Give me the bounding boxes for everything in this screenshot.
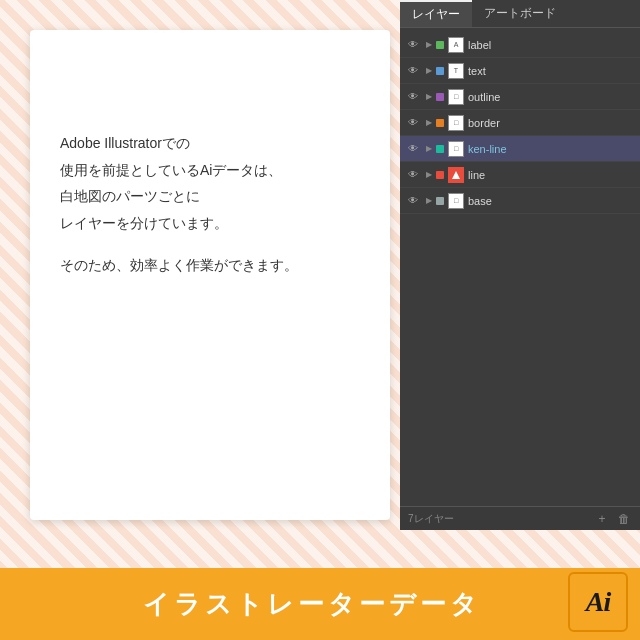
footer-icon-new-layer[interactable]: + <box>594 511 610 527</box>
layer-name-line: line <box>468 169 636 181</box>
layer-row-kenline[interactable]: 👁 ▶ □ ken-line <box>400 136 640 162</box>
layer-row-label[interactable]: 👁 ▶ A label <box>400 32 640 58</box>
panel-footer-icons: + 🗑 <box>594 511 632 527</box>
layer-icon-line <box>448 167 464 183</box>
layer-icon-kenline: □ <box>448 141 464 157</box>
layer-name-label: label <box>468 39 636 51</box>
layer-name-text: text <box>468 65 636 77</box>
layer-icon-border: □ <box>448 115 464 131</box>
layer-icon-base: □ <box>448 193 464 209</box>
ai-badge-text: Ai <box>586 586 610 618</box>
layer-row-line[interactable]: 👁 ▶ line <box>400 162 640 188</box>
bottom-bar-title: イラストレーターデータ <box>143 587 481 622</box>
visibility-icon-text[interactable]: 👁 <box>404 62 422 80</box>
visibility-icon-outline[interactable]: 👁 <box>404 88 422 106</box>
text-paragraph-2: そのため、効率よく作業ができます。 <box>60 252 360 279</box>
layer-icon-label: A <box>448 37 464 53</box>
visibility-icon-kenline[interactable]: 👁 <box>404 140 422 158</box>
ai-panel: レイヤー アートボード 👁 ▶ A label 👁 ▶ T text <box>400 0 640 530</box>
expand-icon-base[interactable]: ▶ <box>422 194 436 208</box>
footer-layer-count: 7レイヤー <box>408 512 454 526</box>
panel-tabs: レイヤー アートボード <box>400 0 640 28</box>
layer-name-border: border <box>468 117 636 129</box>
color-dot-kenline <box>436 145 444 153</box>
body-text: Adobe Illustratorでの 使用を前提としているAiデータは、 白地… <box>60 130 360 279</box>
layer-name-base: base <box>468 195 636 207</box>
visibility-icon-label[interactable]: 👁 <box>404 36 422 54</box>
layers-list: 👁 ▶ A label 👁 ▶ T text 👁 ▶ □ outline <box>400 28 640 506</box>
visibility-icon-base[interactable]: 👁 <box>404 192 422 210</box>
color-dot-outline <box>436 93 444 101</box>
layer-row-border[interactable]: 👁 ▶ □ border <box>400 110 640 136</box>
expand-icon-border[interactable]: ▶ <box>422 116 436 130</box>
color-dot-base <box>436 197 444 205</box>
layer-icon-outline: □ <box>448 89 464 105</box>
layer-row-text[interactable]: 👁 ▶ T text <box>400 58 640 84</box>
content-wrapper: Adobe Illustratorでの 使用を前提としているAiデータは、 白地… <box>0 0 640 640</box>
layer-name-outline: outline <box>468 91 636 103</box>
color-dot-label <box>436 41 444 49</box>
tab-layers[interactable]: レイヤー <box>400 0 472 27</box>
color-dot-border <box>436 119 444 127</box>
color-dot-text <box>436 67 444 75</box>
color-dot-line <box>436 171 444 179</box>
bottom-bar: イラストレーターデータ <box>0 568 640 640</box>
layer-icon-text: T <box>448 63 464 79</box>
white-card: Adobe Illustratorでの 使用を前提としているAiデータは、 白地… <box>30 30 390 520</box>
footer-icon-delete-layer[interactable]: 🗑 <box>616 511 632 527</box>
layer-name-kenline: ken-line <box>468 143 636 155</box>
svg-marker-0 <box>452 171 460 179</box>
expand-icon-kenline[interactable]: ▶ <box>422 142 436 156</box>
ai-logo-badge: Ai <box>568 572 628 632</box>
layer-row-outline[interactable]: 👁 ▶ □ outline <box>400 84 640 110</box>
expand-icon-label[interactable]: ▶ <box>422 38 436 52</box>
text-paragraph-1: Adobe Illustratorでの 使用を前提としているAiデータは、 白地… <box>60 130 360 236</box>
expand-icon-outline[interactable]: ▶ <box>422 90 436 104</box>
visibility-icon-line[interactable]: 👁 <box>404 166 422 184</box>
layer-row-base[interactable]: 👁 ▶ □ base <box>400 188 640 214</box>
tab-artboard[interactable]: アートボード <box>472 0 568 27</box>
expand-icon-text[interactable]: ▶ <box>422 64 436 78</box>
panel-footer: 7レイヤー + 🗑 <box>400 506 640 530</box>
expand-icon-line[interactable]: ▶ <box>422 168 436 182</box>
visibility-icon-border[interactable]: 👁 <box>404 114 422 132</box>
